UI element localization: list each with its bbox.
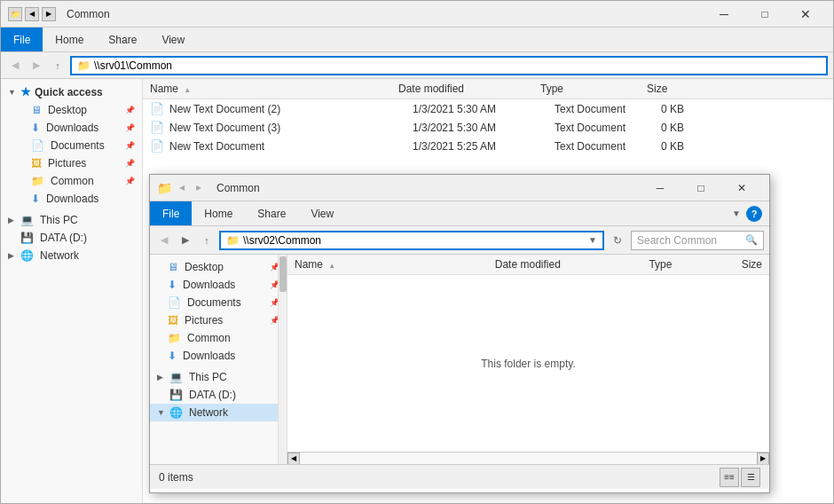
win2-sort-arrow-icon: ▲: [328, 262, 335, 270]
thispc-expand-icon: ▶: [8, 216, 17, 224]
win1-file-row-1[interactable]: 📄 New Text Document (3) 1/3/2021 5:30 AM…: [143, 118, 833, 137]
help-button[interactable]: ?: [746, 206, 762, 222]
window2: 📁 ◀ ▶ Common ─ □ ✕ File Home Share View …: [149, 174, 770, 493]
win2-sidebar-datad[interactable]: 💾 DATA (D:): [150, 386, 287, 404]
win2-sidebar-pictures[interactable]: 🖼 Pictures 📌: [150, 311, 287, 329]
win2-details-view-button[interactable]: ≡≡: [720, 468, 739, 487]
win1-forward-button[interactable]: ▶: [28, 57, 45, 75]
win1-maximize-button[interactable]: □: [744, 1, 785, 28]
pin-icon: 📌: [125, 159, 135, 168]
win1-nav: ◀ ▶ ↑ 📁 \\srv01\Common: [1, 52, 833, 79]
win2-file-tab[interactable]: File: [150, 201, 192, 225]
search-icon: 🔍: [745, 234, 758, 246]
text-doc-icon-1: 📄: [150, 121, 164, 134]
win2-fwd-icon-small: ▶: [192, 181, 206, 195]
win2-downloads-icon: ⬇: [168, 279, 177, 291]
win1-sidebar-thispc[interactable]: ▶ 💻 This PC: [1, 211, 142, 229]
win1-file-tab[interactable]: File: [1, 28, 43, 51]
win2-empty-message: This folder is empty.: [481, 358, 575, 370]
win1-sidebar-documents[interactable]: 📄 Documents 📌: [1, 137, 142, 154]
win1-close-button[interactable]: ✕: [785, 1, 826, 28]
win1-share-tab[interactable]: Share: [96, 28, 149, 51]
win2-path-text: \\srv02\Common: [243, 234, 585, 247]
win2-list-view-button[interactable]: ☰: [741, 468, 760, 487]
win2-forward-button[interactable]: ▶: [177, 232, 194, 249]
win2-network-icon: 🌐: [169, 406, 183, 419]
win2-col-type[interactable]: Type: [649, 258, 741, 271]
win1-sidebar-quick-access[interactable]: ▼ ★ Quick access: [1, 83, 142, 101]
win1-sidebar-downloads2[interactable]: ⬇ Downloads: [1, 190, 142, 208]
win2-sidebar-downloads2[interactable]: ⬇ Downloads: [150, 347, 287, 365]
file-size-0: 0 KB: [661, 103, 732, 115]
win2-address-bar[interactable]: 📁 \\srv02\Common ▼: [219, 231, 604, 250]
win2-col-name[interactable]: Name ▲: [295, 258, 495, 271]
win1-sidebar-network[interactable]: ▶ 🌐 Network: [1, 247, 142, 264]
win1-sidebar-datad[interactable]: 💾 DATA (D:): [1, 229, 142, 247]
win1-up-button[interactable]: ↑: [49, 57, 67, 75]
win1-home-tab[interactable]: Home: [43, 28, 96, 51]
win1-back-button[interactable]: ◀: [6, 57, 24, 75]
win2-sidebar-thispc[interactable]: ▶ 💻 This PC: [150, 368, 287, 386]
win2-minimize-button[interactable]: ─: [640, 175, 681, 201]
win1-col-date[interactable]: Date modified: [398, 83, 540, 95]
win1-col-size[interactable]: Size: [647, 83, 718, 95]
win2-sidebar: 🖥 Desktop 📌 ⬇ Downloads 📌 📄 Documents 📌 …: [150, 255, 287, 464]
win1-path-folder-icon: 📁: [77, 59, 90, 72]
downloads2-icon: ⬇: [31, 193, 40, 205]
win2-thispc-icon: 💻: [169, 371, 183, 383]
win2-sidebar-documents[interactable]: 📄 Documents 📌: [150, 294, 287, 311]
desktop-folder-icon: 🖥: [31, 104, 42, 116]
win2-share-tab[interactable]: Share: [245, 201, 298, 225]
win2-sidebar-desktop[interactable]: 🖥 Desktop 📌: [150, 258, 287, 276]
win2-desktop-label: Desktop: [185, 261, 224, 273]
win1-view-tab[interactable]: View: [149, 28, 197, 51]
hscroll-right-button[interactable]: ▶: [757, 453, 769, 465]
win2-view-tab[interactable]: View: [298, 201, 346, 225]
hscroll-left-button[interactable]: ◀: [287, 453, 300, 465]
win1-file-row-2[interactable]: 📄 New Text Document 1/3/2021 5:25 AM Tex…: [143, 137, 833, 155]
expand-ribbon-icon[interactable]: ▼: [732, 209, 741, 218]
win2-up-button[interactable]: ↑: [198, 232, 216, 249]
win2-sidebar-common[interactable]: 📁 Common: [150, 329, 287, 347]
win1-file-row-0[interactable]: 📄 New Text Document (2) 1/3/2021 5:30 AM…: [143, 99, 833, 118]
win2-refresh-button[interactable]: ↻: [608, 231, 627, 250]
win2-sidebar-scrollbar[interactable]: [278, 255, 287, 464]
win1-minimize-button[interactable]: ─: [704, 1, 744, 28]
win2-downloads2-icon: ⬇: [168, 350, 177, 362]
win2-thispc-label: This PC: [189, 371, 227, 383]
win2-title-icons: 📁 ◀ ▶: [157, 181, 206, 195]
win1-col-name[interactable]: Name ▲: [150, 83, 398, 95]
win2-search-bar[interactable]: Search Common 🔍: [631, 231, 764, 250]
win2-hscroll[interactable]: ◀ ▶: [287, 452, 769, 464]
thispc-icon: 💻: [20, 214, 34, 226]
win1-sidebar-desktop[interactable]: 🖥 Desktop 📌: [1, 101, 142, 119]
downloads-icon: ⬇: [31, 122, 40, 134]
win1-sidebar-pictures[interactable]: 🖼 Pictures 📌: [1, 154, 142, 172]
win2-col-size[interactable]: Size: [742, 258, 762, 271]
win2-downloads2-label: Downloads: [183, 350, 235, 362]
pin-icon: 📌: [125, 141, 135, 150]
win1-col-type[interactable]: Type: [540, 83, 647, 95]
win2-back-icon-small: ◀: [175, 181, 189, 195]
win2-sidebar-downloads[interactable]: ⬇ Downloads 📌: [150, 276, 287, 294]
win2-maximize-button[interactable]: □: [681, 175, 721, 201]
win2-col-date[interactable]: Date modified: [495, 258, 649, 271]
win2-documents-label: Documents: [187, 296, 241, 309]
win2-home-tab[interactable]: Home: [192, 201, 245, 225]
pin-icon: 📌: [125, 123, 135, 132]
win1-sidebar-downloads[interactable]: ⬇ Downloads 📌: [1, 119, 142, 137]
star-icon: ★: [20, 85, 31, 98]
win2-close-button[interactable]: ✕: [721, 175, 762, 201]
win1-sidebar-common[interactable]: 📁 Common 📌: [1, 172, 142, 190]
hscroll-track[interactable]: [300, 453, 757, 465]
win2-address-dropdown-icon[interactable]: ▼: [588, 235, 597, 245]
file-date-0: 1/3/2021 5:30 AM: [413, 103, 555, 115]
network-icon: 🌐: [20, 249, 34, 262]
win2-main: Name ▲ Date modified Type Size This fold…: [287, 255, 769, 464]
win1-address-bar[interactable]: 📁 \\srv01\Common: [70, 56, 828, 75]
file-type-2: Text Document: [555, 140, 661, 153]
win2-back-button[interactable]: ◀: [155, 232, 173, 249]
sort-arrow-icon: ▲: [184, 86, 191, 94]
file-type-1: Text Document: [555, 122, 661, 134]
win2-sidebar-network[interactable]: ▼ 🌐 Network: [150, 404, 287, 421]
